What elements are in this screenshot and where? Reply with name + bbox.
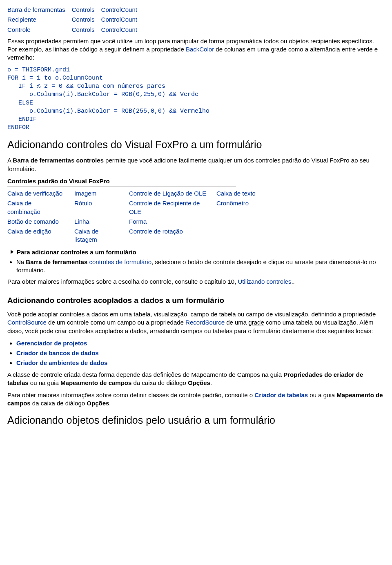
cell: ControlCount [101,15,144,24]
link-recordsource[interactable]: RecordSource [185,319,225,326]
paragraph-bound: Você pode acoplar controles a dados em u… [7,310,385,335]
cell: Controle de Ligação de OLE [129,189,216,198]
cell: Caixa de combinação [7,198,74,217]
list-item: Na Barra de ferramentas controles de for… [16,258,385,275]
table-row: Caixa de edição Caixa de listagem Contro… [7,227,283,245]
sources-list: Gerenciador de projetos Criador de banco… [16,339,385,367]
standard-controls-table: Caixa de verificação Imagem Controle de … [7,189,283,245]
cell: Forma [129,217,216,227]
text: ou na guia [29,379,60,386]
table-row: Botão de comando Linha Forma [7,217,283,227]
text: Para adicionar controles a um formulário [17,249,136,256]
cell: Caixa de edição [7,227,74,245]
standard-controls-label: Controles padrão do Visual FoxPro [7,177,236,187]
procedure-heading: Para adicionar controles a um formulário [11,248,385,256]
intro-paragraph: Essas propriedades permitem que você uti… [7,37,385,62]
cell: Controle [7,25,72,35]
text-bold: Opções [87,400,109,407]
cell: ControlCount [101,25,144,35]
text: . [210,379,212,386]
cell: Caixa de verificação [7,189,74,198]
link-data-environment[interactable]: Criador de ambientes de dados [16,359,107,366]
cell: Recipiente [7,15,72,24]
link-database-designer[interactable]: Criador de bancos de dados [16,349,99,356]
cell: Controls [72,25,101,35]
bullet-list: Na Barra de ferramentas controles de for… [16,258,385,275]
text: Na [16,258,26,265]
paragraph-class: A classe de controle criada desta forma … [7,371,385,387]
link-backcolor[interactable]: BackColor [186,46,214,53]
text-bold: Barra de ferramentas [26,258,87,265]
heading-bound-controls: Adicionando controles acoplados a dados … [7,295,385,306]
text: de um controle como um campo ou a propri… [47,319,185,326]
heading-add-controls: Adicionando controles do Visual FoxPro a… [7,138,385,152]
heading-user-objects: Adicionando objetos definidos pelo usuár… [7,414,385,427]
cell: Caixa de listagem [74,227,129,245]
list-item: Criador de ambientes de dados [16,359,385,367]
table-row: Caixa de combinação Rótulo Controle de R… [7,198,283,217]
text: Para obter maiores informações sobre a e… [7,278,238,285]
text: da caixa de diálogo [131,379,188,386]
cell: Cronômetro [216,198,283,217]
cell: Barra de ferramentas [7,5,72,15]
text: . [109,400,111,407]
paragraph-more-info-2: Para obter maiores informações sobre com… [7,391,385,408]
text: Para obter maiores informações sobre com… [7,391,254,398]
table-row: Controle Controls ControlCount [7,25,144,35]
container-properties-table: Barra de ferramentas Controls ControlCou… [7,5,144,35]
table-row: Barra de ferramentas Controls ControlCou… [7,5,144,15]
list-item: Gerenciador de projetos [16,339,385,347]
text-bold: Barra de ferramentas controles [13,157,104,164]
text-bold: Mapeamento de campos [60,379,131,386]
paragraph-add-controls: A Barra de ferramentas controles permite… [7,156,385,173]
text: A classe de controle criada desta forma … [7,371,283,378]
cell [216,227,283,245]
cell: Controle de rotação [129,227,216,245]
cell: Controls [72,5,101,15]
text: da caixa de diálogo [31,400,87,407]
link-project-manager[interactable]: Gerenciador de projetos [16,340,87,347]
table-row: Caixa de verificação Imagem Controle de … [7,189,283,198]
cell: Imagem [74,189,129,198]
cell: Controle de Recipiente de OLE [129,198,216,217]
link-using-controls[interactable]: Utilizando controles [238,278,292,285]
link-form-controls[interactable]: controles de formulário [87,258,151,265]
text: .. [291,278,294,285]
link-table-designer[interactable]: Criador de tabelas [254,391,308,398]
text: A [7,157,13,164]
list-item: Criador de bancos de dados [16,349,385,357]
table-row: Recipiente Controls ControlCount [7,15,144,24]
cell: Botão de comando [7,217,74,227]
cell: ControlCount [101,5,144,15]
link-grade[interactable]: grade [248,319,264,326]
cell: Controls [72,15,101,24]
triangle-icon [11,250,13,254]
cell: Caixa de texto [216,189,283,198]
text: Você pode acoplar controles a dados em u… [7,311,376,318]
paragraph-more-info: Para obter maiores informações sobre a e… [7,278,385,286]
cell [216,217,283,227]
link-controlsource[interactable]: ControlSource [7,319,47,326]
cell: Rótulo [74,198,129,217]
text: ou a guia [308,391,336,398]
code-block: o = THISFORM.grd1 FOR i = 1 to o.ColumnC… [7,66,385,132]
text-bold: Opções [188,379,210,386]
text: de uma [225,319,248,326]
cell: Linha [74,217,129,227]
